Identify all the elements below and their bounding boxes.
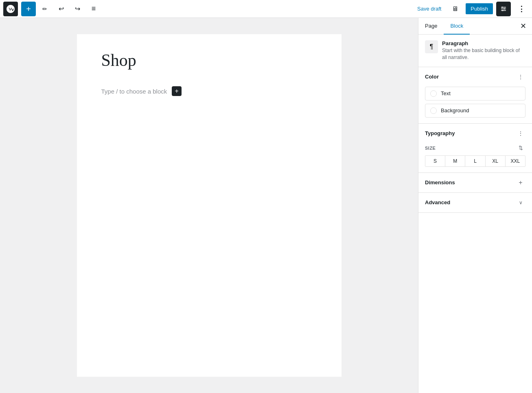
color-header-actions: ⋮ [516, 72, 525, 82]
size-label: SIZE ⇅ [425, 143, 525, 153]
placeholder-text: Type / to choose a block [101, 88, 167, 95]
color-option-text[interactable]: Text [425, 87, 525, 100]
sidebar-tabs: Page Block ✕ [418, 18, 532, 35]
svg-point-4 [504, 8, 505, 9]
size-adjust-button[interactable]: ⇅ [516, 143, 525, 153]
tab-block[interactable]: Block [444, 18, 470, 35]
color-section-header[interactable]: Color ⋮ [418, 67, 532, 87]
background-color-swatch [430, 107, 437, 114]
text-color-swatch [430, 90, 437, 97]
size-option-s[interactable]: S [425, 156, 445, 166]
dots-icon: ⋮ [518, 130, 523, 137]
advanced-section-title: Advanced [425, 199, 450, 205]
close-icon: ✕ [520, 22, 526, 31]
dimensions-header-actions: + [516, 178, 525, 188]
color-section-title: Color [425, 74, 439, 80]
page-title[interactable]: Shop [101, 50, 317, 70]
main-area: Shop Type / to choose a block + Page Blo… [0, 18, 532, 393]
list-icon: ≡ [92, 4, 96, 13]
size-option-m[interactable]: M [445, 156, 465, 166]
wordpress-logo [3, 2, 18, 16]
toolbar: + ✏ ↩ ↪ ≡ Save draft 🖥 Publish ⋮ [0, 0, 532, 18]
block-icon: ¶ [425, 40, 438, 53]
advanced-chevron-button[interactable]: ∨ [516, 198, 525, 207]
typography-section-header[interactable]: Typography ⋮ [418, 124, 532, 143]
settings-icon [500, 6, 507, 12]
redo-icon: ↪ [75, 5, 80, 13]
color-more-options-button[interactable]: ⋮ [516, 72, 525, 82]
undo-icon: ↩ [59, 5, 64, 13]
dimensions-add-button[interactable]: + [516, 178, 525, 188]
tab-page[interactable]: Page [418, 18, 444, 35]
typography-more-options-button[interactable]: ⋮ [516, 129, 525, 138]
svg-point-3 [502, 7, 503, 8]
svg-rect-1 [501, 9, 506, 9]
color-options: Text Background [418, 87, 532, 123]
plus-icon: + [175, 88, 179, 94]
typography-content: SIZE ⇅ S M L XL XXL [418, 143, 532, 172]
pen-icon: ✏ [42, 6, 47, 12]
sidebar: Page Block ✕ ¶ Paragraph Start with the … [418, 18, 532, 393]
block-info-title: Paragraph [442, 40, 525, 46]
list-view-button[interactable]: ≡ [86, 2, 101, 16]
advanced-section-header[interactable]: Advanced ∨ [418, 193, 532, 212]
size-option-xxl[interactable]: XXL [506, 156, 525, 166]
svg-point-5 [502, 10, 504, 11]
size-option-l[interactable]: L [465, 156, 485, 166]
block-info: ¶ Paragraph Start with the basic buildin… [418, 35, 532, 67]
toolbar-right: Save draft 🖥 Publish ⋮ [414, 2, 529, 16]
paragraph-icon: ¶ [430, 43, 433, 50]
add-block-inline-button[interactable]: + [172, 86, 182, 96]
background-color-label: Background [441, 107, 469, 114]
view-button[interactable]: 🖥 [448, 2, 462, 16]
svg-rect-2 [501, 10, 506, 11]
typography-section-title: Typography [425, 130, 455, 136]
dimensions-section-header[interactable]: Dimensions + [418, 173, 532, 192]
editor-area: Shop Type / to choose a block + [0, 18, 418, 393]
advanced-section: Advanced ∨ [418, 193, 532, 213]
sliders-icon: ⇅ [519, 145, 523, 151]
dimensions-section-title: Dimensions [425, 179, 455, 186]
redo-button[interactable]: ↪ [70, 2, 85, 16]
plus-icon: + [519, 179, 522, 186]
close-sidebar-button[interactable]: ✕ [517, 20, 529, 32]
wp-logo-icon [7, 5, 15, 13]
size-options: S M L XL XXL [425, 155, 525, 167]
editor-content: Shop Type / to choose a block + [77, 34, 342, 377]
color-section: Color ⋮ Text Background [418, 67, 532, 124]
dots-icon: ⋮ [518, 4, 525, 13]
dots-icon: ⋮ [518, 74, 523, 80]
dimensions-section: Dimensions + [418, 173, 532, 193]
advanced-header-actions: ∨ [516, 198, 525, 207]
more-options-button[interactable]: ⋮ [514, 2, 529, 16]
block-info-description: Start with the basic building block of a… [442, 47, 525, 61]
plus-icon: + [26, 5, 31, 13]
undo-button[interactable]: ↩ [54, 2, 68, 16]
color-option-background[interactable]: Background [425, 104, 525, 118]
size-label-text: SIZE [425, 146, 436, 151]
block-placeholder[interactable]: Type / to choose a block + [101, 83, 317, 99]
size-option-xl[interactable]: XL [486, 156, 506, 166]
block-info-text: Paragraph Start with the basic building … [442, 40, 525, 61]
edit-tool-button[interactable]: ✏ [37, 2, 52, 16]
add-block-button[interactable]: + [21, 2, 36, 16]
text-color-label: Text [441, 90, 451, 96]
publish-button[interactable]: Publish [466, 3, 493, 14]
monitor-icon: 🖥 [452, 5, 458, 13]
save-draft-button[interactable]: Save draft [414, 3, 444, 14]
settings-button[interactable] [496, 2, 511, 16]
typography-header-actions: ⋮ [516, 129, 525, 138]
typography-section: Typography ⋮ SIZE ⇅ S M L [418, 124, 532, 173]
chevron-down-icon: ∨ [519, 200, 523, 205]
